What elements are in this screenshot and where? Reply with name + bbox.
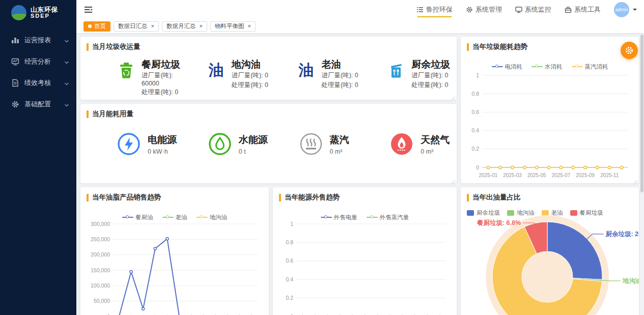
lightning-icon [117,132,141,156]
energy-sales-line-chart[interactable]: 00.20.40.60.81 [279,222,452,315]
sidebar-item-basic-config[interactable]: 基础配置 [0,94,76,115]
topnav-system-tools[interactable]: 系统工具 [565,0,601,19]
tab-label: 数据日汇总 [118,22,148,30]
top-header: 鲁控环保 系统管理 系统监控 系统工具 admin [76,0,644,19]
title-accent-bar [87,194,89,202]
topnav-label: 系统监控 [525,5,551,14]
legend-item[interactable]: 餐厨油 [122,214,153,221]
card-oil-output-ratio: 当年出油量占比 厨余垃圾地沟油老油餐厨垃圾 厨余垃圾: 25.8...地沟油: … [461,187,639,315]
legend-item[interactable]: 老油 [162,214,187,221]
legend-marker-icon [492,66,503,67]
bar-chart-icon [11,36,19,44]
resize-handle-icon[interactable] [451,94,455,99]
stat-name: 水能源 [239,133,268,147]
sidebar-item-label: 绩效考核 [24,78,64,88]
scrollbar-thumb[interactable] [640,35,643,192]
energy-trend-line-chart[interactable]: 00.20.40.60.812025-012025-032025-052025-… [467,71,635,181]
tab-label: 首页 [94,22,106,30]
legend-item[interactable]: 外售电量 [321,214,357,221]
topnav-system-manage[interactable]: 系统管理 [466,0,502,19]
oil-character-icon: 油 [297,61,316,79]
legend-item[interactable]: 蒸汽消耗 [572,63,608,71]
svg-text:2025-07: 2025-07 [552,173,571,178]
chevron-down-icon [64,38,69,43]
sidebar-item-label: 经营分析 [24,57,64,66]
legend-item[interactable]: 餐厨垃圾 [570,209,603,217]
card-title: 当年能源外售趋势 [285,193,340,202]
legend-item[interactable]: 外售蒸汽量 [367,214,409,221]
legend-marker-icon [197,217,208,218]
legend-marker-icon [367,217,378,218]
sidebar-menu: 运营报表 经营分析 绩效考核 [0,30,76,115]
topnav-system-monitor[interactable]: 系统监控 [515,0,551,19]
sidebar: 山东环保 SDEP 运营报表 经营分析 绩效考核 [0,0,76,315]
stat-in-value: 60000 [142,80,159,87]
legend-item[interactable]: 电消耗 [492,63,523,71]
logo-icon [11,5,26,20]
card-yearly-energy-trend: 当年垃圾能耗趋势 电消耗水消耗蒸汽消耗 00.20.40.60.812025-0… [461,37,639,183]
legend-item[interactable]: 厨余垃圾 [467,209,500,217]
svg-text:1: 1 [476,72,479,78]
topnav-lukong-env[interactable]: 鲁控环保 [416,0,453,19]
svg-text:2025-05: 2025-05 [527,173,546,178]
oil-ratio-donut-chart[interactable]: 厨余垃圾: 25.8...地沟油: 0....老油: 66.93%餐厨垃圾: 6… [467,217,635,315]
stat-value: 0 m³ [421,148,450,155]
tab-daily-summary[interactable]: 数据日汇总 × [114,21,159,32]
sidebar-item-label: 运营报表 [24,36,64,45]
sidebar-item-label: 基础配置 [24,100,64,109]
chart-legend[interactable]: 电消耗水消耗蒸汽消耗 [467,62,633,71]
topnav-label: 鲁控环保 [426,5,453,14]
close-icon[interactable]: × [199,23,202,29]
svg-text:2025-03: 2025-03 [503,173,522,178]
svg-text:0.4: 0.4 [471,127,479,133]
legend-marker-icon [162,217,174,218]
chart-legend[interactable]: 外售电量外售蒸汽量 [279,213,451,222]
user-menu[interactable]: admin [614,2,637,17]
app-logo: 山东环保 SDEP [0,0,76,25]
close-icon[interactable]: × [247,23,250,29]
svg-text:0.2: 0.2 [471,146,479,152]
close-icon[interactable]: × [151,23,154,29]
svg-text:50,000: 50,000 [94,298,110,304]
tab-material-balance[interactable]: 物料平衡图 × [210,21,256,32]
stat-out-value: 0 [175,89,178,96]
legend-label: 餐厨垃圾 [580,209,603,217]
stat-value: 0 m³ [330,148,349,155]
svg-text:100,000: 100,000 [91,282,110,289]
resize-handle-icon[interactable] [451,178,455,182]
settings-fab-button[interactable] [621,42,638,59]
topnav-label: 系统管理 [475,5,502,14]
collapse-sidebar-icon[interactable] [83,5,94,15]
tab-monthly-summary[interactable]: 数据月汇总 × [162,21,207,32]
legend-item[interactable]: 地沟油 [507,209,535,217]
legend-marker-icon [122,217,133,218]
legend-swatch-icon [570,210,577,216]
chevron-down-icon [64,80,69,85]
stat-name: 餐厨垃圾 [142,59,181,70]
legend-item[interactable]: 水消耗 [531,63,563,71]
stat-electric-energy: 电能源 0 kW·h [87,132,178,156]
stat-water-energy: 水能源 0 t [178,132,269,156]
legend-marker-icon [531,66,543,67]
dashboard-content: 当月垃圾收运量 餐厨垃圾 进厂量(吨): 60000 处理量(吨): 0 油 地… [76,34,644,315]
tab-label: 物料平衡图 [215,22,244,30]
stat-in-label: 进厂量(吨): [142,72,173,79]
oil-sales-line-chart[interactable]: 050,000100,000150,000200,000250,000300,0… [87,222,264,315]
chart-legend[interactable]: 餐厨油老油地沟油 [87,213,263,222]
legend-label: 地沟油 [517,209,535,217]
legend-label: 蒸汽消耗 [585,63,608,71]
sidebar-item-operation-reports[interactable]: 运营报表 [0,30,76,51]
stat-name: 厨余垃圾 [411,59,450,70]
tab-home[interactable]: 首页 [83,21,110,32]
tab-label: 数据月汇总 [166,22,196,30]
sidebar-item-business-analysis[interactable]: 经营分析 [0,51,76,72]
title-accent-bar [467,43,469,51]
stat-old-oil: 油 老油 进厂量(吨): 0 处理量(吨): 0 [271,59,361,97]
sidebar-item-performance-review[interactable]: 绩效考核 [0,72,76,94]
svg-text:0.6: 0.6 [471,109,479,115]
legend-item[interactable]: 地沟油 [197,214,228,221]
vertical-scrollbar[interactable] [640,34,644,315]
svg-text:地沟油: 0....: 地沟油: 0.... [622,277,639,284]
stat-name: 老油 [322,59,358,70]
resize-handle-icon[interactable] [633,178,637,182]
